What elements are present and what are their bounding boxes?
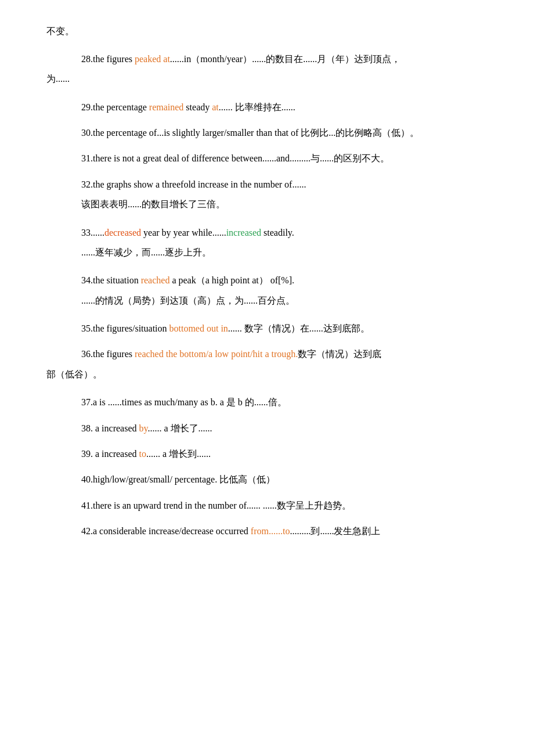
entry-33: 33......decreased year by year while....…	[81, 224, 499, 242]
entry-35: 35.the figures/situation bottomed out in…	[81, 320, 499, 337]
highlight-remained: remained	[149, 102, 184, 112]
entry-29: 29.the percentage remained steady at....…	[81, 99, 499, 116]
entry-38: 38. a increased by...... a 增长了......	[81, 420, 499, 437]
entry-28: 28.the figures peaked at......in（month/y…	[81, 51, 499, 68]
entry-30: 30.the percentage of...is slightly large…	[81, 124, 499, 142]
entry-32-line1: 32.the graphs show a threefold increase …	[81, 176, 499, 193]
entry-34: 34.the situation reached a peak（a high p…	[81, 272, 499, 289]
highlight-increased: increased	[226, 228, 261, 237]
entry-36: 36.the figures reached the bottom/a low …	[81, 345, 499, 363]
entry-32-line2: 该图表表明......的数目增长了三倍。	[81, 196, 499, 213]
entry-31: 31.there is not a great deal of differen…	[81, 150, 499, 167]
entry-39: 39. a increased to...... a 增长到......	[81, 445, 499, 463]
highlight-peaked-at: peaked at	[135, 54, 170, 64]
highlight-reached-bottom: reached the bottom/a low point/hit a tro…	[135, 349, 298, 359]
entry-34-cont: ......的情况（局势）到达顶（高）点，为......百分点。	[81, 292, 499, 309]
entry-28-cont: 为......	[46, 70, 499, 88]
entry-37: 37.a is ......times as much/many as b. a…	[81, 394, 499, 411]
entry-40: 40.high/low/great/small/ percentage. 比低高…	[81, 471, 499, 488]
highlight-by-38: by	[139, 423, 148, 433]
entry-42: 42.a considerable increase/decrease occu…	[81, 523, 499, 540]
highlight-from-to-42: from......to	[251, 526, 290, 536]
highlight-to-39: to	[139, 449, 146, 459]
entry-41: 41.there is an upward trend in the numbe…	[81, 497, 499, 514]
entry-33-cont: ......逐年减少，而......逐步上升。	[81, 244, 499, 261]
intro-text: 不变。	[46, 23, 499, 40]
entry-36-cont: 部（低谷）。	[46, 366, 499, 383]
highlight-at-29: at	[212, 102, 219, 112]
highlight-bottomed: bottomed out in	[169, 323, 228, 333]
main-content: 不变。 28.the figures peaked at......in（mon…	[46, 23, 499, 541]
highlight-reached-34: reached	[141, 275, 170, 285]
highlight-decreased: decreased	[104, 228, 141, 237]
